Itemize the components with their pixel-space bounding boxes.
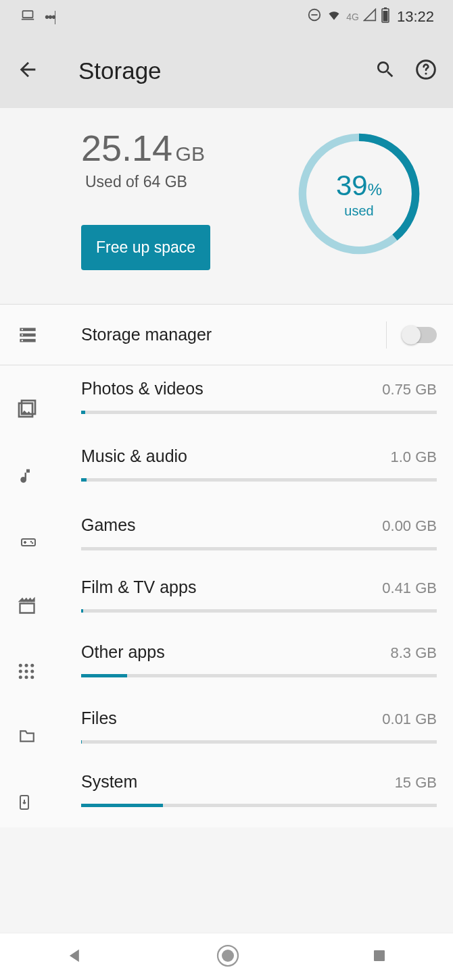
storage-manager-label: Storage manager — [81, 325, 386, 344]
nav-recent-button[interactable] — [371, 948, 387, 966]
help-button[interactable] — [415, 59, 437, 83]
category-size: 8.3 GB — [391, 644, 437, 662]
used-unit: GB — [176, 143, 205, 165]
category-size: 0.00 GB — [382, 517, 437, 535]
ring-percent: 39 — [336, 170, 368, 201]
category-row[interactable]: System15 GB — [0, 758, 453, 827]
battery-icon — [381, 7, 390, 27]
category-bar — [81, 547, 437, 550]
dnd-icon — [307, 7, 322, 26]
category-list: Photos & videos0.75 GBMusic & audio1.0 G… — [0, 365, 453, 827]
apps-icon — [16, 642, 81, 681]
svg-point-24 — [25, 670, 28, 673]
svg-point-14 — [22, 340, 23, 341]
svg-point-21 — [25, 664, 28, 667]
photo-icon — [16, 379, 81, 419]
status-bar: •••⎸ 4G 13:22 — [0, 0, 453, 34]
ring-label: used — [344, 203, 373, 219]
free-up-space-button[interactable]: Free up space — [81, 225, 210, 270]
storage-summary: 25.14 GB Used of 64 GB Free up space 39%… — [0, 108, 453, 305]
category-row[interactable]: Music & audio1.0 GB — [0, 433, 453, 502]
film-icon — [16, 577, 81, 615]
svg-point-19 — [32, 542, 34, 544]
navigation-bar — [0, 933, 453, 980]
category-name: Film & TV apps — [81, 577, 196, 597]
category-bar — [81, 674, 437, 677]
used-of-label: Used of 64 GB — [85, 173, 268, 191]
category-row[interactable]: Film & TV apps0.41 GB — [0, 564, 453, 629]
category-size: 1.0 GB — [391, 448, 437, 466]
storage-manager-toggle[interactable] — [403, 327, 437, 343]
svg-point-12 — [22, 328, 23, 330]
category-size: 0.41 GB — [382, 579, 437, 597]
category-row[interactable]: Photos & videos0.75 GB — [0, 365, 453, 433]
category-name: Music & audio — [81, 446, 187, 466]
category-name: Games — [81, 515, 136, 535]
nav-back-button[interactable] — [66, 946, 85, 968]
svg-point-6 — [425, 72, 427, 74]
category-bar — [81, 478, 437, 482]
category-size: 0.01 GB — [382, 711, 437, 728]
folder-icon — [16, 708, 81, 745]
category-name: System — [81, 772, 137, 792]
search-button[interactable] — [375, 59, 396, 83]
storage-manager-icon — [16, 326, 81, 344]
svg-point-23 — [19, 670, 22, 673]
back-button[interactable] — [16, 58, 49, 84]
svg-rect-3 — [384, 7, 387, 9]
category-size: 15 GB — [395, 774, 437, 792]
svg-point-27 — [25, 675, 28, 679]
category-name: Other apps — [81, 642, 165, 662]
category-name: Photos & videos — [81, 379, 204, 398]
svg-point-26 — [19, 675, 22, 679]
svg-point-18 — [30, 541, 32, 543]
music-icon — [16, 446, 81, 488]
category-size: 0.75 GB — [382, 381, 437, 398]
svg-point-20 — [19, 664, 22, 667]
category-name: Files — [81, 708, 117, 728]
ring-percent-sign: % — [368, 180, 382, 199]
category-bar — [81, 740, 437, 744]
wifi-icon — [326, 8, 342, 26]
svg-rect-32 — [374, 950, 385, 961]
category-bar — [81, 609, 437, 613]
storage-manager-row[interactable]: Storage manager — [0, 305, 453, 365]
svg-rect-4 — [383, 11, 387, 22]
nav-home-button[interactable] — [216, 944, 240, 971]
system-icon — [16, 772, 81, 814]
svg-point-13 — [22, 334, 23, 335]
clock: 13:22 — [397, 8, 434, 26]
category-bar — [81, 411, 437, 414]
svg-point-22 — [30, 664, 34, 667]
category-row[interactable]: Files0.01 GB — [0, 695, 453, 758]
app-bar: Storage — [0, 34, 453, 108]
network-label: 4G — [346, 11, 359, 22]
gamepad-icon — [16, 515, 81, 550]
svg-point-28 — [30, 675, 34, 679]
svg-point-31 — [222, 950, 234, 962]
category-row[interactable]: Other apps8.3 GB — [0, 629, 453, 695]
signal-icon — [363, 8, 377, 26]
svg-point-25 — [30, 670, 34, 673]
laptop-icon — [19, 8, 37, 26]
usage-ring: 39% used — [295, 130, 423, 258]
more-icon: •••⎸ — [45, 9, 66, 25]
page-title: Storage — [78, 57, 375, 84]
used-amount: 25.14 — [81, 128, 172, 168]
category-bar — [81, 804, 437, 807]
category-row[interactable]: Games0.00 GB — [0, 502, 453, 564]
